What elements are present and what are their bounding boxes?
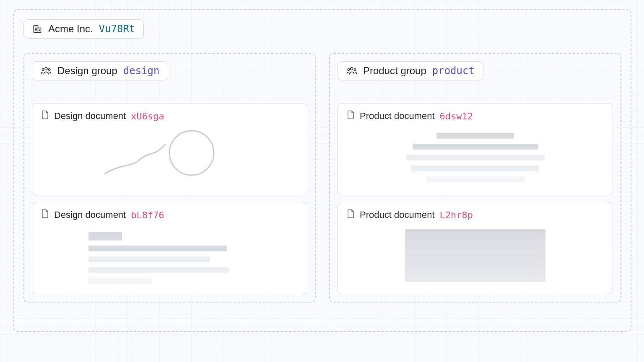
- building-icon: [32, 24, 42, 34]
- document-preview: [42, 130, 298, 185]
- document-name: Design document: [54, 209, 126, 220]
- group-name: Design group: [57, 66, 117, 76]
- svg-point-6: [348, 69, 349, 70]
- document-preview: [347, 130, 603, 185]
- document-id: bL8f76: [131, 210, 164, 220]
- org-id: Vu78Rt: [99, 24, 135, 34]
- document-card[interactable]: Product document 6dsw12: [338, 103, 613, 195]
- svg-point-2: [42, 69, 44, 70]
- document-name: Design document: [54, 111, 126, 122]
- document-preview: [42, 229, 298, 284]
- svg-point-5: [351, 67, 353, 70]
- svg-point-4: [169, 131, 214, 175]
- file-icon: [42, 209, 49, 221]
- document-name: Product document: [360, 209, 435, 220]
- svg-point-7: [354, 69, 356, 70]
- file-icon: [42, 110, 49, 122]
- document-card[interactable]: Product document L2hr8p: [338, 202, 613, 294]
- document-card[interactable]: Design document bL8f76: [32, 202, 307, 294]
- svg-point-3: [48, 69, 50, 70]
- group-slug: design: [123, 66, 160, 76]
- group-name: Product group: [363, 66, 426, 76]
- group-design: Design group design Design document xU6s…: [23, 53, 316, 303]
- document-name: Product document: [360, 111, 435, 122]
- org-container: Acme Inc. Vu78Rt Design group design: [13, 9, 631, 332]
- document-id: L2hr8p: [440, 210, 473, 220]
- file-icon: [347, 110, 355, 122]
- document-card[interactable]: Design document xU6sga: [32, 103, 307, 195]
- svg-point-1: [45, 67, 47, 70]
- group-slug: product: [432, 66, 475, 76]
- group-chip-product[interactable]: Product group product: [338, 61, 483, 80]
- document-id: 6dsw12: [440, 111, 473, 122]
- org-chip[interactable]: Acme Inc. Vu78Rt: [23, 19, 144, 39]
- people-icon: [41, 66, 52, 76]
- document-preview: [347, 229, 603, 284]
- svg-rect-0: [34, 26, 38, 33]
- people-icon: [346, 66, 357, 76]
- group-chip-design[interactable]: Design group design: [32, 61, 168, 80]
- document-id: xU6sga: [131, 111, 164, 122]
- file-icon: [347, 209, 355, 221]
- org-name: Acme Inc.: [48, 24, 93, 34]
- group-product: Product group product Product document 6…: [329, 53, 621, 303]
